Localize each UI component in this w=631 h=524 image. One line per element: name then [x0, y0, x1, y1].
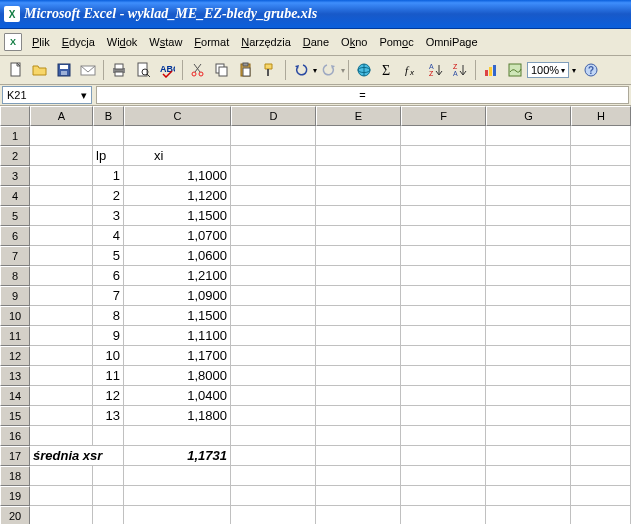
cell-E2[interactable]	[316, 146, 401, 166]
cell-H19[interactable]	[571, 486, 631, 506]
cell-C8[interactable]: 1,2100	[124, 266, 231, 286]
cell-D18[interactable]	[231, 466, 316, 486]
cell-H7[interactable]	[571, 246, 631, 266]
cell-H2[interactable]	[571, 146, 631, 166]
cell-D20[interactable]	[231, 506, 316, 524]
cell-D8[interactable]	[231, 266, 316, 286]
cell-G5[interactable]	[486, 206, 571, 226]
print-icon[interactable]	[108, 59, 130, 81]
select-all-corner[interactable]	[0, 106, 30, 126]
cell-H4[interactable]	[571, 186, 631, 206]
cell-D5[interactable]	[231, 206, 316, 226]
undo-dropdown-icon[interactable]: ▾	[313, 66, 317, 75]
cell-C19[interactable]	[124, 486, 231, 506]
cell-A17[interactable]: średnia xsr	[30, 446, 124, 466]
cell-F7[interactable]	[401, 246, 486, 266]
cell-F12[interactable]	[401, 346, 486, 366]
row-header-10[interactable]: 10	[0, 306, 30, 326]
cell-D6[interactable]	[231, 226, 316, 246]
sort-desc-icon[interactable]: ZA	[449, 59, 471, 81]
cell-C6[interactable]: 1,0700	[124, 226, 231, 246]
row-header-2[interactable]: 2	[0, 146, 30, 166]
cell-B8[interactable]: 6	[93, 266, 124, 286]
cell-B12[interactable]: 10	[93, 346, 124, 366]
cell-C17[interactable]: 1,1731	[124, 446, 231, 466]
cell-G10[interactable]	[486, 306, 571, 326]
cell-F13[interactable]	[401, 366, 486, 386]
col-header-F[interactable]: F	[401, 106, 486, 126]
cell-F15[interactable]	[401, 406, 486, 426]
cell-F6[interactable]	[401, 226, 486, 246]
cell-H17[interactable]	[571, 446, 631, 466]
cell-D10[interactable]	[231, 306, 316, 326]
cell-G13[interactable]	[486, 366, 571, 386]
cell-C20[interactable]	[124, 506, 231, 524]
cell-G17[interactable]	[486, 446, 571, 466]
menu-dane[interactable]: Dane	[297, 34, 335, 50]
row-header-12[interactable]: 12	[0, 346, 30, 366]
cell-B7[interactable]: 5	[93, 246, 124, 266]
cell-F14[interactable]	[401, 386, 486, 406]
row-header-14[interactable]: 14	[0, 386, 30, 406]
cell-H8[interactable]	[571, 266, 631, 286]
cell-A16[interactable]	[30, 426, 93, 446]
row-header-8[interactable]: 8	[0, 266, 30, 286]
cell-G15[interactable]	[486, 406, 571, 426]
cell-C12[interactable]: 1,1700	[124, 346, 231, 366]
cell-B10[interactable]: 8	[93, 306, 124, 326]
cell-B11[interactable]: 9	[93, 326, 124, 346]
cell-E6[interactable]	[316, 226, 401, 246]
zoom-combo[interactable]: 100%▾	[527, 62, 569, 78]
row-header-6[interactable]: 6	[0, 226, 30, 246]
col-header-E[interactable]: E	[316, 106, 401, 126]
cell-A7[interactable]	[30, 246, 93, 266]
cell-A12[interactable]	[30, 346, 93, 366]
cell-F20[interactable]	[401, 506, 486, 524]
col-header-A[interactable]: A	[30, 106, 93, 126]
cell-B6[interactable]: 4	[93, 226, 124, 246]
cell-E12[interactable]	[316, 346, 401, 366]
cell-G8[interactable]	[486, 266, 571, 286]
cell-B19[interactable]	[93, 486, 124, 506]
cell-C18[interactable]	[124, 466, 231, 486]
cell-H13[interactable]	[571, 366, 631, 386]
cell-G7[interactable]	[486, 246, 571, 266]
row-header-9[interactable]: 9	[0, 286, 30, 306]
cell-D11[interactable]	[231, 326, 316, 346]
col-header-B[interactable]: B	[93, 106, 124, 126]
cell-H9[interactable]	[571, 286, 631, 306]
cell-E1[interactable]	[316, 126, 401, 146]
row-header-3[interactable]: 3	[0, 166, 30, 186]
cell-E20[interactable]	[316, 506, 401, 524]
open-icon[interactable]	[29, 59, 51, 81]
cell-E7[interactable]	[316, 246, 401, 266]
cell-H16[interactable]	[571, 426, 631, 446]
cell-F9[interactable]	[401, 286, 486, 306]
cell-H11[interactable]	[571, 326, 631, 346]
col-header-H[interactable]: H	[571, 106, 631, 126]
cell-D15[interactable]	[231, 406, 316, 426]
cell-C10[interactable]: 1,1500	[124, 306, 231, 326]
menu-format[interactable]: Format	[188, 34, 235, 50]
redo-dropdown-icon[interactable]: ▾	[341, 66, 345, 75]
cell-B15[interactable]: 13	[93, 406, 124, 426]
menu-widok[interactable]: Widok	[101, 34, 144, 50]
cell-H12[interactable]	[571, 346, 631, 366]
help-icon[interactable]: ?	[580, 59, 602, 81]
cell-G9[interactable]	[486, 286, 571, 306]
cell-B1[interactable]	[93, 126, 124, 146]
cell-C2[interactable]: xi	[124, 146, 231, 166]
function-icon[interactable]: fx	[401, 59, 423, 81]
cell-B9[interactable]: 7	[93, 286, 124, 306]
cell-H3[interactable]	[571, 166, 631, 186]
cell-F1[interactable]	[401, 126, 486, 146]
cell-C7[interactable]: 1,0600	[124, 246, 231, 266]
cell-F2[interactable]	[401, 146, 486, 166]
undo-icon[interactable]	[290, 59, 312, 81]
cell-E14[interactable]	[316, 386, 401, 406]
cell-B13[interactable]: 11	[93, 366, 124, 386]
row-header-19[interactable]: 19	[0, 486, 30, 506]
cell-A4[interactable]	[30, 186, 93, 206]
menu-pomoc[interactable]: Pomoc	[373, 34, 419, 50]
col-header-C[interactable]: C	[124, 106, 231, 126]
